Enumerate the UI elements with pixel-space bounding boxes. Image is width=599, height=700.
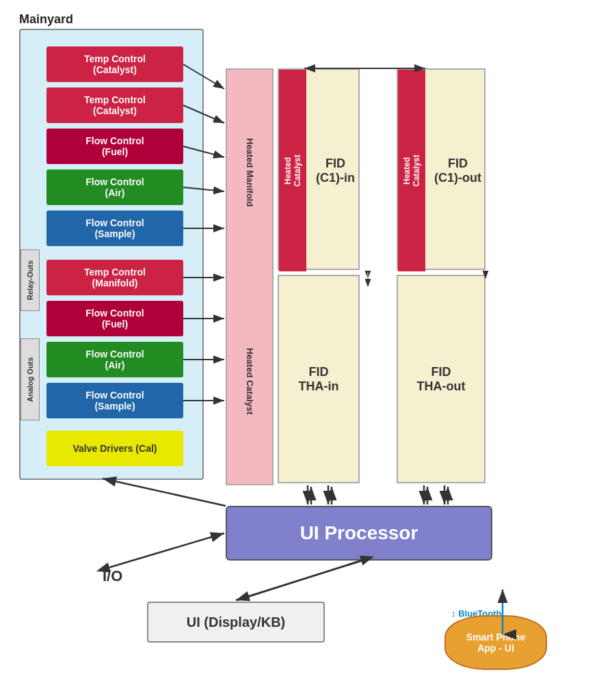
mainyard-label: Mainyard <box>19 12 73 27</box>
ui-processor: UI Processor <box>226 506 492 561</box>
smartphone: Smart PhoneApp - UI <box>444 615 547 670</box>
flow-control-air-1: Flow Control(Air) <box>46 170 183 205</box>
heated-left-block: Heated Catalyst Heated Manifold <box>226 68 274 485</box>
relay-outs-label: Relay-Outs <box>21 250 40 311</box>
fid-tha-in-label: FIDTHA-in <box>299 365 339 394</box>
valve-drivers-cal: Valve Drivers (Cal) <box>46 431 183 466</box>
flow-control-sample-2: Flow Control(Sample) <box>46 383 183 418</box>
fid-c1-in-cat: HeatedCatalyst <box>279 70 306 271</box>
flow-control-sample-1: Flow Control(Sample) <box>46 211 183 246</box>
fid-c1-in: HeatedCatalyst FID(C1)-in <box>278 68 360 270</box>
temp-control-catalyst-1: Temp Control(Catalyst) <box>46 46 183 82</box>
fid-tha-in: FIDTHA-in <box>278 275 360 483</box>
temp-control-manifold: Temp Control(Manifold) <box>46 260 183 295</box>
svg-line-25 <box>109 533 224 567</box>
fid-tha-out: FIDTHA-out <box>397 275 485 483</box>
diagram-container: Mainyard Temp Control(Catalyst) Temp Con… <box>0 0 599 700</box>
flow-control-fuel-1: Flow Control(Fuel) <box>46 129 183 164</box>
fid-c1-out: HeatedCatalyst FID(C1)-out <box>397 68 485 270</box>
svg-line-27 <box>103 479 226 506</box>
fid-tha-out-label: FIDTHA-out <box>417 365 466 394</box>
fid-c1-in-label: FID(C1)-in <box>310 70 361 271</box>
fid-c1-out-cat: HeatedCatalyst <box>398 70 425 271</box>
flow-control-air-2: Flow Control(Air) <box>46 342 183 377</box>
fid-c1-out-label: FID(C1)-out <box>429 70 487 271</box>
flow-control-fuel-2: Flow Control(Fuel) <box>46 301 183 336</box>
svg-line-23 <box>236 561 362 600</box>
svg-text:I/O: I/O <box>103 567 122 584</box>
svg-line-24 <box>237 561 361 600</box>
ui-display: UI (Display/KB) <box>147 602 325 643</box>
analog-outs-label: Analog Outs <box>21 338 40 420</box>
temp-control-catalyst-2: Temp Control(Catalyst) <box>46 88 183 123</box>
